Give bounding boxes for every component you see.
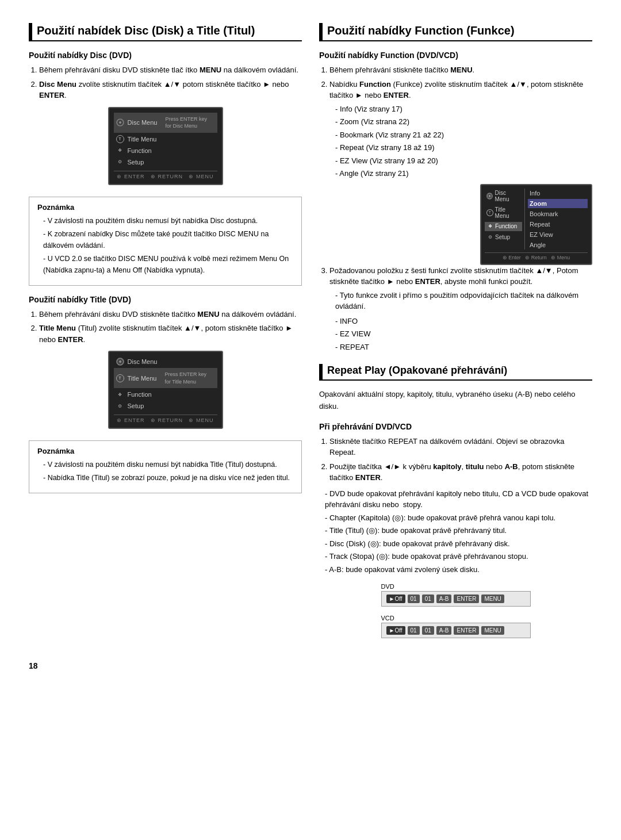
step3-sub-note: Tyto funkce zvolit i přímo s použitím od… [335, 290, 592, 312]
note2-item2: Nabídka Title (Titul) se zobrazí pouze, … [43, 472, 293, 484]
title-dvd-steps: Během přehrávání disku DVD stiskněte tla… [29, 309, 302, 346]
screen1-function: ❖ Function [114, 145, 217, 156]
disc-dvd-title: Použití nabídky Disc (DVD) [29, 51, 302, 60]
note2-item1: V závislosti na použitém disku nemusí bý… [43, 459, 293, 470]
dvd-btn-ab: A-B [436, 594, 452, 603]
dvd-btn-menu: MENU [481, 594, 504, 603]
vcd-btn-01b: 01 [422, 626, 434, 635]
vcd-btn-off: ►Off [386, 626, 405, 635]
note-box-2: Poznámka V závislosti na použitém disku … [29, 440, 302, 493]
page-footer: 18 [29, 661, 592, 670]
screen3-bottom-bar: ⊛ Enter ⊛ Return ⊛ Menu [485, 252, 588, 260]
note-box-1: Poznámka V závislosti na použitém disku … [29, 197, 302, 286]
function-direct-items: INFO EZ VIEW REPEAT [329, 316, 592, 353]
repeat-bullet3: Title (Titul) (◎): bude opakovat právě p… [325, 525, 592, 536]
function-step3: Požadovanou položku z šesti funkcí zvolí… [329, 265, 592, 353]
disc-icon2 [116, 358, 124, 366]
disc-dvd-step2: Disc Menu zvolíte stisknutím tlačítek ▲/… [39, 79, 302, 101]
direct-repeat: REPEAT [335, 342, 592, 353]
repeat-step1: Stiskněte tlačítko REPEAT na dálkovém ov… [329, 436, 592, 458]
repeat-bullet5: Track (Stopa) (◎): bude opakovat právě p… [325, 551, 592, 562]
right-main-title: Použití nabídky Function (Funkce) [319, 23, 592, 41]
dvd-label: DVD [381, 583, 531, 590]
func-sub-angle: Angle (Viz strany 21) [335, 168, 592, 179]
repeat-screens: DVD ►Off 01 01 A-B ENTER MENU VCD [319, 581, 592, 638]
screen2-disc-menu: Disc Menu [114, 356, 217, 367]
function-step2: Nabídku Function (Funkce) zvolíte stiskn… [329, 79, 592, 179]
disc-icon [116, 118, 124, 126]
screen1-menu: Disc Menu Press ENTER keyfor Disc Menu T… [114, 113, 217, 167]
dvdvcd-repeat-title: Při přehrávání DVD/VCD [319, 422, 592, 431]
left-main-title: Použití nabídek Disc (Disk) a Title (Tit… [29, 23, 302, 41]
screen2-setup: ⚙ Setup [114, 401, 217, 411]
title-dvd-step1: Během přehrávání disku DVD stiskněte tla… [39, 309, 302, 320]
page-container: Použití nabídek Disc (Disk) a Title (Tit… [29, 23, 592, 650]
disc-dvd-steps: Během přehrávání disku DVD stiskněte tla… [29, 64, 302, 101]
screen2-function: ❖ Function [114, 389, 217, 400]
function-subitems: Info (Viz strany 17) Zoom (Viz strana 22… [329, 103, 592, 179]
screen3-repeat: Repeat [528, 220, 588, 229]
screen3-zoom: Zoom [528, 199, 588, 208]
screen-mockup-function: Disc Menu T Title Menu ❖ Function [480, 184, 592, 265]
repeat-bullet6: A-B: bude opakovat vámi zvolený úsek dis… [325, 564, 592, 576]
vcd-repeat-wrapper: VCD ►Off 01 01 A-B ENTER MENU [381, 612, 531, 638]
screen3-function-active: ❖ Function [485, 222, 522, 231]
title-icon3: T [486, 209, 493, 216]
function-step3-subs: Tyto funkce zvolit i přímo s použitím od… [329, 290, 592, 312]
func-sub-bookmark: Bookmark (Viz strany 21 až 22) [335, 129, 592, 141]
vcd-btn-enter: ENTER [454, 626, 479, 635]
screen1-bottom-bar: ⊛ ENTER ⊛ RETURN ⊛ MENU [114, 171, 217, 179]
repeat-bullet2: Chapter (Kapitola) (◎): bude opakovat pr… [325, 512, 592, 524]
direct-info: INFO [335, 316, 592, 327]
function-icon: ❖ [116, 147, 124, 155]
disc-icon3 [486, 193, 493, 200]
repeat-bullet4: Disc (Disk) (◎): bude opakovat právě pře… [325, 538, 592, 550]
screen3-bookmark: Bookmark [528, 209, 588, 218]
screen3-right-menu: Info Zoom Bookmark Repeat EZ View Angle [524, 189, 588, 250]
title-dvd-section: Použití nabídky Title (DVD) Během přehrá… [29, 295, 302, 429]
vcd-label: VCD [381, 615, 531, 622]
screen3-setup: ⚙ Setup [485, 233, 522, 242]
dvd-btn-01a: 01 [408, 594, 420, 603]
disc-dvd-step1: Během přehrávání disku DVD stiskněte tla… [39, 64, 302, 76]
function-dvdvcd-title: Použití nabídky Function (DVD/VCD) [319, 51, 592, 60]
note1-item1: V závislosti na použitém disku nemusí bý… [43, 215, 293, 227]
dvd-btn-off: ►Off [386, 594, 405, 603]
repeat-play-section: Repeat Play (Opakované přehrávání) Opako… [319, 364, 592, 638]
repeat-play-title: Repeat Play (Opakované přehrávání) [319, 364, 592, 381]
function-step1: Během přehrávání stiskněte tlačítko MENU… [329, 64, 592, 76]
title-icon2: T [116, 374, 124, 382]
setup-icon2: ⚙ [116, 402, 124, 410]
screen3-layout: Disc Menu T Title Menu ❖ Function [485, 189, 588, 250]
dvd-btn-01b: 01 [422, 594, 434, 603]
setup-icon3: ⚙ [486, 234, 493, 241]
screen3-ezview: EZ View [528, 230, 588, 239]
screen1-setup: ⚙ Setup [114, 157, 217, 167]
vcd-btn-menu: MENU [481, 626, 504, 635]
title-dvd-step2: Title Menu (Titul) zvolíte stisknutím tl… [39, 323, 302, 345]
screen3-wrapper: Disc Menu T Title Menu ❖ Function [319, 184, 592, 265]
func-sub-ezview: EZ View (Viz strany 19 až 20) [335, 155, 592, 167]
screen1-disc-menu: Disc Menu Press ENTER keyfor Disc Menu [114, 113, 217, 133]
page-number: 18 [29, 661, 38, 670]
dvd-repeat-wrapper: DVD ►Off 01 01 A-B ENTER MENU [381, 581, 531, 612]
screen-mockup-disc: Disc Menu Press ENTER keyfor Disc Menu T… [108, 107, 223, 185]
note1-list: V závislosti na použitém disku nemusí bý… [37, 215, 293, 276]
vcd-btn-ab: A-B [436, 626, 452, 635]
screen2-bottom-bar: ⊛ ENTER ⊛ RETURN ⊛ MENU [114, 415, 217, 423]
direct-ezview: EZ VIEW [335, 328, 592, 340]
title-icon: T [116, 135, 124, 143]
vcd-btn-01a: 01 [408, 626, 420, 635]
function-icon2: ❖ [116, 390, 124, 398]
screen-mockup-title: Disc Menu T Title Menu Press ENTER keyfo… [108, 351, 223, 429]
screen2-menu: Disc Menu T Title Menu Press ENTER keyfo… [114, 356, 217, 411]
func-sub-repeat: Repeat (Viz strany 18 až 19) [335, 142, 592, 154]
disc-dvd-section: Použití nabídky Disc (DVD) Během přehráv… [29, 51, 302, 185]
screen1-title-menu: T Title Menu [114, 134, 217, 144]
title-dvd-title: Použití nabídky Title (DVD) [29, 295, 302, 304]
func-sub-zoom: Zoom (Viz strana 22) [335, 116, 592, 128]
repeat-steps-list: Stiskněte tlačítko REPEAT na dálkovém ov… [319, 436, 592, 484]
function-dvdvcd-steps: Během přehrávání stiskněte tlačítko MENU… [319, 64, 592, 179]
vcd-repeat-buttons: ►Off 01 01 A-B ENTER MENU [386, 626, 526, 635]
repeat-step2: Použijte tlačítka ◄/► k výběru kapitoly,… [329, 461, 592, 484]
